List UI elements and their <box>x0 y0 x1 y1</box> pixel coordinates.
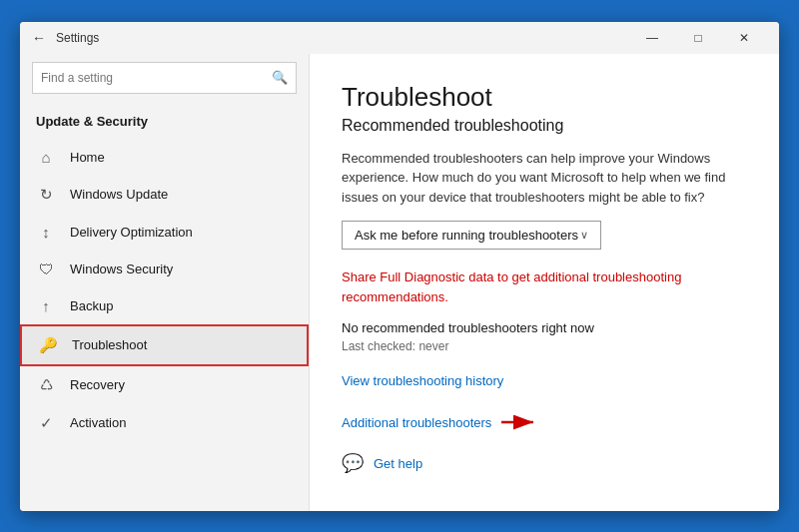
sidebar-items: ⌂Home↻Windows Update↕Delivery Optimizati… <box>20 139 309 442</box>
troubleshoot-icon: 🔑 <box>38 336 58 354</box>
sidebar-item-label-delivery-optimization: Delivery Optimization <box>70 225 193 240</box>
page-title: Troubleshoot <box>342 82 747 113</box>
sidebar: 🔍 Update & Security ⌂Home↻Windows Update… <box>20 54 310 511</box>
backup-icon: ↑ <box>36 297 56 314</box>
activation-icon: ✓ <box>36 414 56 432</box>
close-button[interactable]: ✕ <box>721 22 767 54</box>
windows-update-icon: ↻ <box>36 186 56 204</box>
sidebar-section-title: Update & Security <box>20 106 309 139</box>
troubleshooter-dropdown[interactable]: Ask me before running troubleshooters ∨ <box>342 221 601 250</box>
search-icon: 🔍 <box>272 70 288 85</box>
sidebar-item-label-windows-security: Windows Security <box>70 262 173 276</box>
sidebar-item-backup[interactable]: ↑Backup <box>20 287 309 324</box>
search-box[interactable]: 🔍 <box>32 62 297 94</box>
sidebar-item-label-windows-update: Windows Update <box>70 187 168 202</box>
sidebar-item-label-recovery: Recovery <box>70 377 125 392</box>
sidebar-item-label-activation: Activation <box>70 415 126 430</box>
page-description: Recommended troubleshooters can help imp… <box>342 149 741 208</box>
window-controls: — □ ✕ <box>629 22 767 54</box>
sidebar-item-troubleshoot[interactable]: 🔑Troubleshoot <box>20 324 309 366</box>
windows-security-icon: 🛡 <box>36 261 56 277</box>
sidebar-item-label-home: Home <box>70 150 105 165</box>
settings-window: ← Settings — □ ✕ 🔍 Update & Security ⌂Ho… <box>20 22 779 511</box>
home-icon: ⌂ <box>36 149 56 166</box>
view-history-link[interactable]: View troubleshooting history <box>342 373 747 388</box>
page-subtitle: Recommended troubleshooting <box>342 117 747 135</box>
sidebar-item-home[interactable]: ⌂Home <box>20 139 309 176</box>
titlebar-title: Settings <box>56 31 629 45</box>
sidebar-item-recovery[interactable]: ♺Recovery <box>20 366 309 404</box>
arrow-indicator <box>501 412 541 432</box>
sidebar-item-label-backup: Backup <box>70 298 113 313</box>
sidebar-item-activation[interactable]: ✓Activation <box>20 404 309 442</box>
additional-troubleshooters-link[interactable]: Additional troubleshooters <box>342 415 491 430</box>
maximize-button[interactable]: □ <box>675 22 721 54</box>
minimize-button[interactable]: — <box>629 22 675 54</box>
get-help-row: 💬 Get help <box>342 452 747 474</box>
recovery-icon: ♺ <box>36 376 56 394</box>
sidebar-item-windows-security[interactable]: 🛡Windows Security <box>20 251 309 287</box>
sidebar-item-windows-update[interactable]: ↻Windows Update <box>20 176 309 214</box>
additional-troubleshooters-row: Additional troubleshooters <box>342 412 747 432</box>
titlebar: ← Settings — □ ✕ <box>20 22 779 54</box>
main-content: Troubleshoot Recommended troubleshooting… <box>310 54 779 511</box>
search-input[interactable] <box>41 71 272 85</box>
chevron-down-icon: ∨ <box>580 229 588 242</box>
diagnostic-link[interactable]: Share Full Diagnostic data to get additi… <box>342 267 747 306</box>
get-help-link[interactable]: Get help <box>374 456 422 471</box>
sidebar-item-delivery-optimization[interactable]: ↕Delivery Optimization <box>20 214 309 251</box>
last-checked-text: Last checked: never <box>342 339 747 353</box>
dropdown-label: Ask me before running troubleshooters <box>355 228 578 243</box>
delivery-optimization-icon: ↕ <box>36 224 56 241</box>
sidebar-item-label-troubleshoot: Troubleshoot <box>72 337 147 352</box>
content-area: 🔍 Update & Security ⌂Home↻Windows Update… <box>20 54 779 511</box>
no-troubleshooters-text: No recommended troubleshooters right now <box>342 320 747 335</box>
get-help-icon: 💬 <box>342 452 364 474</box>
back-button[interactable]: ← <box>32 30 46 46</box>
